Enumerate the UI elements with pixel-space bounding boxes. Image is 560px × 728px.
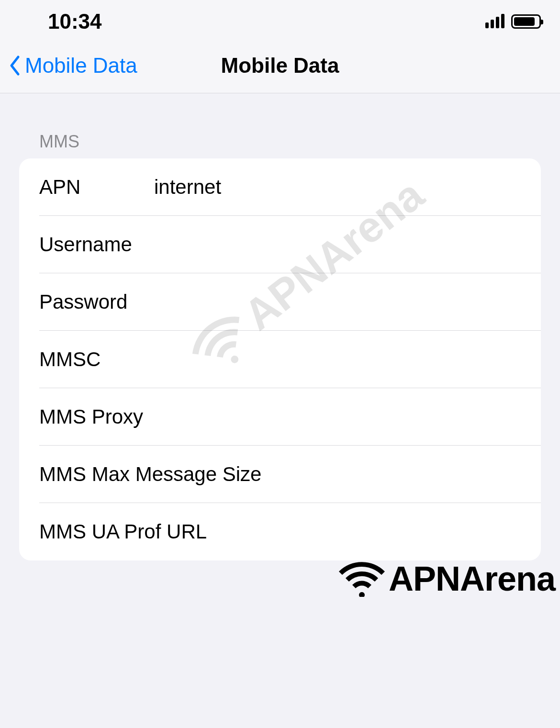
row-label: MMS Max Message Size <box>39 463 268 486</box>
row-label: APN <box>39 176 154 199</box>
row-label: Username <box>39 233 154 256</box>
settings-content: MMS APN Username Password MMSC MMS Proxy… <box>0 93 560 560</box>
row-label: Password <box>39 291 154 314</box>
mms-proxy-field[interactable] <box>154 405 521 428</box>
row-label: MMS Proxy <box>39 405 154 428</box>
apn-field[interactable] <box>154 176 521 199</box>
cellular-signal-icon <box>485 15 504 28</box>
back-button[interactable]: Mobile Data <box>10 54 137 78</box>
wifi-icon <box>338 559 386 599</box>
row-mms-max-message-size[interactable]: MMS Max Message Size <box>19 446 541 503</box>
mms-max-size-field[interactable] <box>268 463 521 486</box>
mmsc-field[interactable] <box>154 348 521 371</box>
status-icons <box>485 14 541 29</box>
row-mms-proxy[interactable]: MMS Proxy <box>19 388 541 446</box>
row-mms-ua-prof-url[interactable]: MMS UA Prof URL <box>19 503 541 560</box>
row-apn[interactable]: APN <box>19 158 541 216</box>
chevron-left-icon <box>10 55 21 76</box>
apnarena-logo: APNArena <box>338 559 555 599</box>
row-username[interactable]: Username <box>19 216 541 273</box>
battery-icon <box>511 14 541 29</box>
section-header-mms: MMS <box>19 93 541 158</box>
row-label: MMS UA Prof URL <box>39 520 268 543</box>
nav-bar: Mobile Data Mobile Data <box>0 38 560 93</box>
row-password[interactable]: Password <box>19 273 541 331</box>
row-label: MMSC <box>39 348 154 371</box>
status-time: 10:34 <box>48 10 102 34</box>
row-mmsc[interactable]: MMSC <box>19 331 541 388</box>
mms-ua-prof-url-field[interactable] <box>268 520 521 543</box>
status-bar: 10:34 <box>0 0 560 38</box>
back-label: Mobile Data <box>25 54 137 78</box>
settings-group-mms: APN Username Password MMSC MMS Proxy MMS… <box>19 158 541 560</box>
logo-text: APNArena <box>389 559 555 598</box>
password-field[interactable] <box>154 291 521 314</box>
username-field[interactable] <box>154 233 521 256</box>
